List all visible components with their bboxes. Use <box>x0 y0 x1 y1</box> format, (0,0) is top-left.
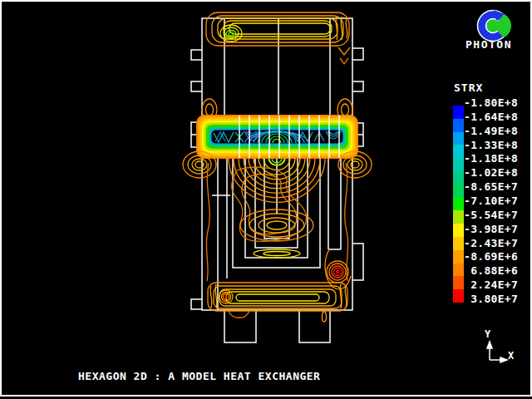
legend-swatch <box>453 289 464 303</box>
legend-swatch <box>453 264 464 277</box>
legend-title: STRX <box>454 81 483 94</box>
legend-value: -1.18E+8 <box>464 152 518 165</box>
legend-value: -1.80E+8 <box>464 96 518 109</box>
legend-swatch <box>453 250 464 264</box>
legend-swatch <box>453 171 464 185</box>
contour-plot <box>0 0 532 399</box>
legend-value: -1.33E+8 <box>464 139 518 151</box>
legend-value: -2.43E+7 <box>464 237 518 249</box>
legend-value: -1.64E+8 <box>464 111 518 123</box>
legend-swatch <box>453 224 464 237</box>
lower-contours <box>206 163 351 322</box>
plot-title: HEXAGON 2D : A MODEL HEAT EXCHANGER <box>78 370 320 382</box>
legend-swatch <box>453 210 464 224</box>
photon-logo-icon <box>482 10 512 39</box>
photon-window: PHOTON STRX -1.80E+8-1.64E+8-1.49E+8-1.3… <box>0 0 532 399</box>
legend-swatch <box>453 237 464 250</box>
axis-y-label: Y <box>485 328 490 340</box>
legend-swatch <box>453 106 464 119</box>
legend-swatch <box>453 132 464 145</box>
legend-value: 6.88E+6 <box>464 264 518 277</box>
legend-swatch <box>453 158 464 171</box>
legend-swatch <box>453 276 464 289</box>
legend-value: -8.65E+7 <box>464 180 518 193</box>
legend-value: -3.98E+7 <box>464 223 518 235</box>
legend-swatch <box>453 198 464 211</box>
legend-value: -7.10E+7 <box>464 195 518 207</box>
legend-swatch <box>453 119 464 132</box>
legend-value: -1.02E+8 <box>464 166 518 179</box>
axis-indicator <box>487 342 507 362</box>
legend-value: 3.80E+7 <box>464 293 518 305</box>
legend-value: -5.54E+7 <box>464 209 518 221</box>
legend-value: -8.69E+6 <box>464 250 518 263</box>
legend-value: 2.24E+7 <box>464 278 518 291</box>
legend-swatch <box>453 145 464 158</box>
legend-value: -1.49E+8 <box>464 125 518 137</box>
legend-swatch <box>453 185 464 198</box>
axis-x-label: X <box>508 350 514 362</box>
app-logo-label: PHOTON <box>466 38 512 51</box>
